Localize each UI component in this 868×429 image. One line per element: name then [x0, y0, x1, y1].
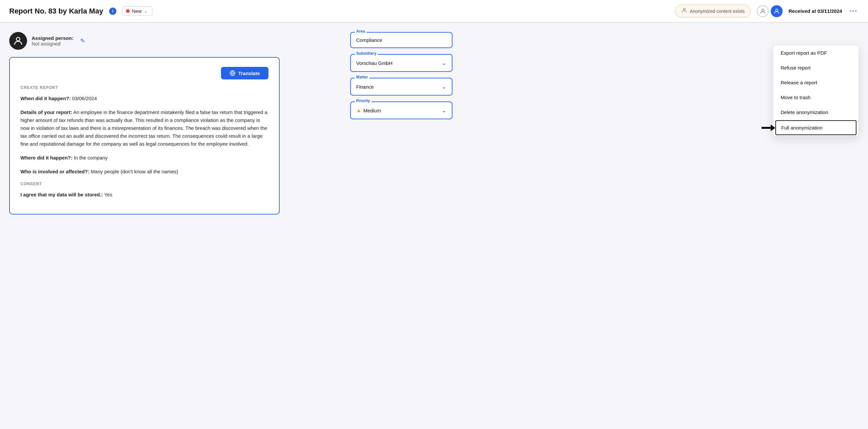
person-icon	[681, 7, 687, 15]
matter-chevron-down-icon[interactable]: ⌄	[442, 83, 446, 90]
subsidiary-field: Subsidiary Vorschau GmbH ⌄	[350, 54, 453, 72]
field-consent: I agree that my data will be stored.: Ye…	[21, 191, 269, 199]
arrow-head	[771, 125, 775, 131]
area-field: Area Compliance	[350, 32, 453, 48]
field-details-label: Details of your report:	[21, 109, 72, 115]
field-who: Who is involved or affected?: Many peopl…	[21, 168, 269, 176]
consent-value: Yes	[104, 192, 112, 197]
field-where-label: Where did it happen?:	[21, 155, 72, 161]
anonymized-content-button[interactable]: Anonymized content exists	[675, 5, 751, 18]
translate-label: Translate	[238, 70, 260, 76]
edit-icon[interactable]: ✎	[80, 37, 85, 44]
priority-value: Medium	[364, 108, 381, 113]
page-title: Report No. 83 by Karla May	[9, 7, 103, 15]
field-details: Details of your report: An employee in t…	[21, 108, 269, 148]
avatar-outline[interactable]	[757, 5, 769, 17]
dropdown-item-refuse[interactable]: Refuse report	[773, 60, 859, 75]
dropdown-item-export[interactable]: Export report as PDF	[773, 45, 859, 60]
matter-field: Matter Finance ⌄	[350, 78, 453, 96]
svg-point-1	[762, 9, 764, 11]
consent-section-label: CONSENT	[21, 182, 269, 186]
arrow-shape	[762, 125, 775, 131]
assigned-row: Assigned person: Not assigned ✎	[9, 32, 341, 50]
area-value: Compliance	[356, 37, 382, 43]
area-label: Area	[355, 29, 366, 34]
consent-section: CONSENT I agree that my data will be sto…	[21, 182, 269, 199]
assigned-person-label: Assigned person:	[32, 35, 73, 41]
priority-value-row: ▲ Medium ⌄	[351, 102, 452, 119]
info-icon[interactable]: i	[109, 8, 116, 15]
avatar	[9, 32, 27, 50]
consent-label: I agree that my data will be stored.:	[21, 192, 103, 197]
priority-icon: ▲	[356, 107, 362, 113]
main-content: Assigned person: Not assigned ✎ Translat…	[0, 23, 462, 224]
received-label: Received at 03/11/2024	[788, 8, 842, 14]
field-who-label: Who is involved or affected?:	[21, 169, 89, 174]
arrow-box	[762, 125, 775, 131]
subsidiary-value: Vorschau GmbH	[356, 60, 393, 66]
translate-btn-row: Translate	[21, 67, 269, 79]
priority-field: Priority ▲ Medium ⌄	[350, 101, 453, 119]
dropdown-item-full-anon[interactable]: Full anonymization	[775, 120, 857, 135]
arrow-body	[762, 127, 771, 129]
subsidiary-value-row: Vorschau GmbH ⌄	[351, 55, 452, 71]
status-label: New	[132, 8, 142, 14]
matter-value-row: Finance ⌄	[351, 78, 452, 95]
field-where: Where did it happen?: In the company	[21, 154, 269, 162]
matter-label: Matter	[355, 75, 369, 79]
dropdown-menu: Export report as PDF Refuse report Relea…	[773, 45, 859, 136]
area-value-row: Compliance	[351, 33, 452, 47]
full-anon-label: Full anonymization	[781, 125, 823, 130]
avatar-filled[interactable]	[771, 5, 783, 17]
anon-content-label: Anonymized content exists	[690, 8, 745, 14]
globe-icon	[229, 70, 236, 76]
left-column: Assigned person: Not assigned ✎ Translat…	[9, 32, 341, 214]
translate-button[interactable]: Translate	[221, 67, 269, 79]
status-badge[interactable]: New ⌄	[122, 6, 152, 16]
matter-value: Finance	[356, 84, 374, 90]
svg-point-2	[776, 9, 778, 11]
priority-chevron-down-icon[interactable]: ⌄	[442, 107, 446, 114]
dropdown-item-trash[interactable]: Move to trash	[773, 90, 859, 105]
field-where-value: In the company	[74, 155, 108, 161]
dropdown-item-delete-anon[interactable]: Delete anonymization	[773, 105, 859, 120]
svg-point-0	[683, 8, 685, 10]
avatar-group	[757, 5, 783, 17]
report-card: Translate CREATE REPORT When did it happ…	[9, 57, 280, 214]
right-panel: Area Compliance Subsidiary Vorschau GmbH…	[350, 32, 453, 214]
header: Report No. 83 by Karla May i New ⌄ Anony…	[0, 0, 868, 23]
field-when: When did it happen?: 03/06/2024	[21, 95, 269, 102]
assigned-info: Assigned person: Not assigned	[32, 35, 73, 46]
field-who-value: Many people (don't know all the names)	[91, 169, 178, 174]
priority-label: Priority	[355, 99, 371, 103]
field-when-label: When did it happen?:	[21, 96, 70, 101]
dropdown-item-release[interactable]: Release a report	[773, 75, 859, 90]
create-report-section-label: CREATE REPORT	[21, 85, 269, 90]
more-options-button[interactable]: ···	[848, 7, 859, 15]
assigned-person-value: Not assigned	[32, 41, 61, 46]
chevron-down-icon: ⌄	[144, 9, 147, 13]
subsidiary-label: Subsidiary	[355, 51, 378, 56]
svg-point-3	[17, 37, 20, 41]
field-when-value: 03/06/2024	[72, 96, 97, 101]
subsidiary-chevron-down-icon[interactable]: ⌄	[442, 59, 446, 67]
status-dot	[126, 9, 130, 13]
